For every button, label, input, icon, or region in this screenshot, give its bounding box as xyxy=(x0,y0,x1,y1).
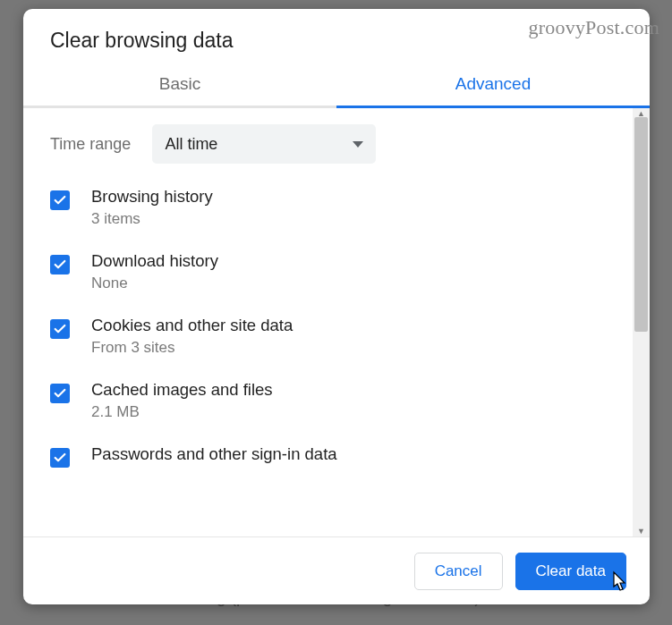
item-subtitle: 3 items xyxy=(91,210,213,228)
time-range-value: All time xyxy=(165,135,353,154)
check-icon xyxy=(53,258,67,272)
dialog-body-wrap: Time range All time Browsing history 3 i… xyxy=(23,108,650,536)
item-subtitle: None xyxy=(91,274,218,292)
clear-data-button[interactable]: Clear data xyxy=(515,553,626,590)
tab-bar: Basic Advanced xyxy=(23,62,650,108)
checkbox-download-history[interactable] xyxy=(50,255,70,274)
clear-browsing-data-dialog: Clear browsing data Basic Advanced Time … xyxy=(23,9,650,604)
item-title: Browsing history xyxy=(91,187,213,207)
item-subtitle: 2.1 MB xyxy=(91,403,273,421)
item-title: Cached images and files xyxy=(91,380,273,400)
check-icon xyxy=(53,193,67,207)
list-item: Browsing history 3 items xyxy=(50,187,611,228)
list-item: Passwords and other sign-in data xyxy=(50,444,611,468)
item-title: Cookies and other site data xyxy=(91,316,293,335)
checkbox-cookies[interactable] xyxy=(50,319,70,339)
time-range-dropdown[interactable]: All time xyxy=(152,124,376,164)
check-icon xyxy=(53,386,67,401)
check-icon xyxy=(53,451,67,465)
tab-basic[interactable]: Basic xyxy=(23,62,336,108)
item-title: Passwords and other sign-in data xyxy=(91,444,337,464)
list-item: Download history None xyxy=(50,251,611,292)
watermark-text: groovyPost.com xyxy=(529,16,659,39)
time-range-row: Time range All time xyxy=(50,124,611,164)
scroll-down-icon: ▼ xyxy=(633,526,650,536)
scrollbar[interactable]: ▲ ▼ xyxy=(633,108,650,536)
chevron-down-icon xyxy=(353,141,363,148)
checkbox-browsing-history[interactable] xyxy=(50,190,70,210)
list-item: Cached images and files 2.1 MB xyxy=(50,380,611,421)
time-range-label: Time range xyxy=(50,135,131,154)
scrollbar-thumb[interactable] xyxy=(634,117,648,332)
cancel-button[interactable]: Cancel xyxy=(414,553,503,590)
tab-advanced[interactable]: Advanced xyxy=(336,62,650,108)
dialog-body: Time range All time Browsing history 3 i… xyxy=(23,108,633,536)
item-title: Download history xyxy=(91,251,218,271)
item-subtitle: From 3 sites xyxy=(91,339,293,357)
data-type-list: Browsing history 3 items Download histor… xyxy=(50,187,611,468)
list-item: Cookies and other site data From 3 sites xyxy=(50,316,611,357)
check-icon xyxy=(53,322,67,336)
checkbox-passwords[interactable] xyxy=(50,448,70,468)
checkbox-cache[interactable] xyxy=(50,384,70,403)
dialog-footer: Cancel Clear data xyxy=(23,536,650,604)
